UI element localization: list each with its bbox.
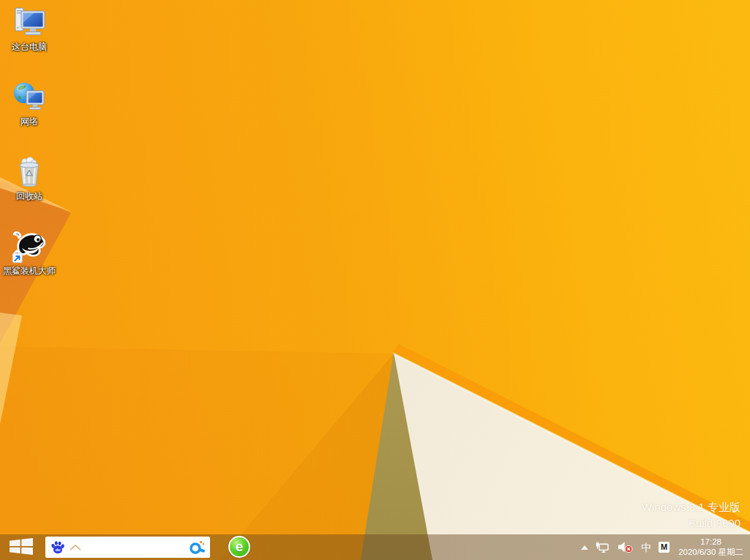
- this-pc-icon: [12, 4, 47, 40]
- clock-time: 17:28: [700, 537, 721, 548]
- black-shark-icon: [12, 228, 47, 264]
- browser-letter: e: [236, 540, 244, 553]
- windows-logo-icon: [10, 538, 33, 557]
- collapse-caret-icon[interactable]: [69, 544, 82, 551]
- desktop[interactable]: 这台电脑: [0, 0, 750, 560]
- recycle-bin-icon: [12, 154, 47, 189]
- baidu-search-bar[interactable]: du: [45, 537, 210, 558]
- watermark-edition: Windows 8.1 专业版: [642, 499, 740, 515]
- watermark-build: Build 9600: [642, 515, 740, 531]
- chevron-up-icon: [581, 545, 588, 550]
- desktop-icon-heisha-installer[interactable]: 黑鲨装机大师: [1, 228, 58, 276]
- show-hidden-icons-button[interactable]: [581, 545, 588, 550]
- desktop-icon-label: 回收站: [16, 191, 42, 201]
- ime-mode-badge: M: [659, 542, 670, 553]
- system-tray: 中 M 17:28 2020/6/30 星期二: [581, 534, 750, 560]
- ime-language-button[interactable]: 中: [641, 542, 651, 553]
- windows-version-watermark: Windows 8.1 专业版 Build 9600: [642, 499, 740, 531]
- search-magnifier-icon[interactable]: [189, 540, 205, 556]
- desktop-icon-label: 这台电脑: [12, 42, 47, 52]
- network-icon: [12, 79, 47, 114]
- ime-mode-button[interactable]: M: [659, 542, 670, 553]
- search-input[interactable]: [86, 539, 185, 556]
- taskbar-clock[interactable]: 17:28 2020/6/30 星期二: [677, 537, 745, 557]
- desktop-icon-label: 网络: [20, 116, 38, 127]
- start-button[interactable]: [0, 534, 42, 560]
- desktop-icon-label: 黑鲨装机大师: [3, 266, 56, 276]
- baidu-paw-icon[interactable]: du: [50, 540, 65, 555]
- taskbar: du e: [0, 534, 750, 560]
- desktop-icon-network[interactable]: 网络: [1, 79, 58, 127]
- volume-muted-icon: [618, 541, 634, 553]
- ime-chinese-label: 中: [641, 542, 651, 553]
- wired-network-icon: [596, 542, 610, 553]
- clock-date: 2020/6/30 星期二: [678, 548, 743, 558]
- desktop-icon-recycle-bin[interactable]: 回收站: [1, 154, 58, 201]
- baidu-du-text: du: [55, 548, 61, 552]
- browser-e-icon[interactable]: e: [228, 536, 250, 558]
- volume-tray-button[interactable]: [618, 541, 634, 553]
- desktop-icon-this-pc[interactable]: 这台电脑: [1, 4, 58, 52]
- network-tray-button[interactable]: [596, 542, 610, 553]
